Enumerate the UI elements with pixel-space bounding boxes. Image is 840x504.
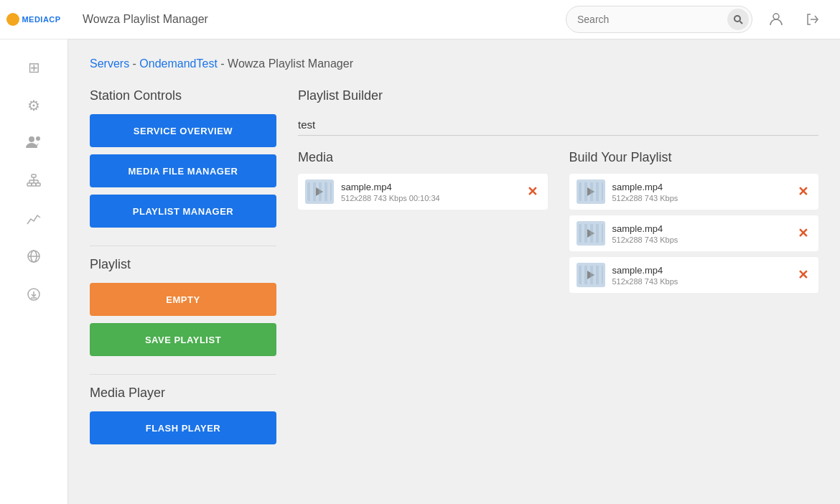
svg-point-17 (734, 16, 740, 22)
sidebar-item-hierarchy[interactable] (14, 164, 54, 199)
sidebar-item-globe[interactable] (14, 241, 54, 275)
playlist-item-meta: 512x288 743 Kbps (612, 194, 788, 202)
logo: MEDIACP (0, 0, 68, 39)
search-button[interactable] (727, 9, 749, 30)
playlist-manager-button[interactable]: PLAYLIST MANAGER (90, 195, 276, 228)
playlist-title: Playlist (90, 257, 276, 272)
svg-rect-2 (32, 174, 36, 177)
playlist-item-thumb-icon (577, 179, 605, 204)
flash-player-button[interactable]: FLASH PLAYER (90, 411, 276, 444)
breadcrumb-sep1: - (129, 57, 139, 70)
svg-point-0 (29, 136, 34, 142)
empty-button[interactable]: EMPTY (90, 283, 276, 316)
playlist-item-remove-button[interactable]: ✕ (795, 227, 811, 240)
right-column: Playlist Builder Media sample.mp4 512x28… (298, 88, 818, 452)
sidebar-item-users[interactable] (14, 126, 54, 161)
svg-rect-3 (27, 183, 32, 186)
playlist-column: Build Your Playlist sample.mp4 512x288 7… (569, 150, 819, 299)
logout-icon[interactable] (800, 6, 826, 32)
logo-text: MEDIACP (22, 15, 60, 24)
playlist-item: sample.mp4 512x288 743 Kbps ✕ (569, 257, 819, 293)
content: Servers - OndemandTest - Wowza Playlist … (68, 39, 840, 504)
playlist-item: sample.mp4 512x288 743 Kbps ✕ (569, 215, 819, 251)
playlist-item-thumb-icon (577, 221, 605, 246)
playlist-item-remove-button[interactable]: ✕ (795, 185, 811, 198)
search-wrapper (566, 6, 752, 33)
media-item: sample.mp4 512x288 743 Kbps 00:10:34 ✕ (298, 174, 548, 210)
download-icon (27, 287, 41, 305)
analytics-icon (27, 212, 41, 228)
svg-rect-4 (32, 183, 36, 186)
svg-line-18 (740, 22, 743, 24)
playlist-item-info: sample.mp4 512x288 743 Kbps (612, 182, 788, 202)
breadcrumb-servers-link[interactable]: Servers (90, 57, 129, 70)
search-input[interactable] (566, 6, 752, 33)
svg-rect-5 (36, 183, 40, 186)
breadcrumb-app-link[interactable]: OndemandTest (139, 57, 218, 70)
logo-circle-icon (6, 13, 19, 26)
playlist-item-name: sample.mp4 (612, 182, 788, 192)
media-thumb-icon (305, 179, 334, 204)
sidebar-item-dashboard[interactable]: ⊞ (14, 50, 54, 85)
playlist-builder-title: Playlist Builder (298, 88, 818, 103)
playlist-item-name: sample.mp4 (612, 265, 788, 276)
media-list-column: Media sample.mp4 512x288 743 Kbps 00:10:… (298, 150, 548, 299)
settings-icon: ⚙ (27, 97, 40, 114)
globe-icon (27, 249, 41, 267)
save-playlist-button[interactable]: SAVE PLAYLIST (90, 323, 276, 356)
playlist-item-thumb-icon (577, 263, 605, 287)
sidebar-item-settings[interactable]: ⚙ (14, 88, 54, 123)
divider1 (90, 246, 276, 246)
svg-point-19 (773, 14, 779, 19)
hierarchy-icon (27, 174, 41, 190)
sidebar: MEDIACP ⊞ ⚙ (0, 0, 68, 504)
build-playlist-heading: Build Your Playlist (569, 150, 819, 165)
media-heading: Media (298, 150, 548, 165)
playlist-item-meta: 512x288 743 Kbps (612, 277, 788, 286)
playlist-item: sample.mp4 512x288 743 Kbps ✕ (569, 174, 819, 210)
sidebar-item-download[interactable] (14, 279, 54, 313)
playlist-item-name: sample.mp4 (612, 223, 788, 234)
breadcrumb: Servers - OndemandTest - Wowza Playlist … (90, 57, 818, 70)
playlist-item-info: sample.mp4 512x288 743 Kbps (612, 265, 788, 286)
media-meta: 512x288 743 Kbps 00:10:34 (341, 194, 517, 202)
playlist-name-input[interactable] (298, 114, 818, 136)
main-wrapper: Wowza Playlist Manager Servers - Ondeman… (68, 0, 840, 504)
playlist-item-remove-button[interactable]: ✕ (795, 269, 811, 281)
sidebar-item-analytics[interactable] (14, 202, 54, 237)
left-column: Station Controls SERVICE OVERVIEW MEDIA … (90, 88, 276, 452)
svg-point-1 (36, 136, 40, 141)
header-title: Wowza Playlist Manager (83, 13, 555, 26)
sidebar-nav: ⊞ ⚙ (0, 39, 67, 313)
station-controls-title: Station Controls (90, 88, 276, 103)
playlist-item-meta: 512x288 743 Kbps (612, 235, 788, 244)
media-name: sample.mp4 (341, 182, 517, 192)
breadcrumb-sep2: - Wowza Playlist Manager (218, 57, 353, 70)
media-player-title: Media Player (90, 386, 276, 401)
divider2 (90, 374, 276, 375)
media-columns: Media sample.mp4 512x288 743 Kbps 00:10:… (298, 150, 818, 299)
media-file-manager-button[interactable]: MEDIA FILE MANAGER (90, 154, 276, 187)
user-icon[interactable] (763, 6, 789, 32)
dashboard-icon: ⊞ (28, 59, 40, 76)
service-overview-button[interactable]: SERVICE OVERVIEW (90, 114, 276, 147)
media-remove-button[interactable]: ✕ (524, 185, 541, 198)
media-info: sample.mp4 512x288 743 Kbps 00:10:34 (341, 182, 517, 202)
users-icon (26, 136, 42, 152)
main-columns: Station Controls SERVICE OVERVIEW MEDIA … (90, 88, 818, 452)
header: Wowza Playlist Manager (68, 0, 840, 39)
playlist-item-info: sample.mp4 512x288 743 Kbps (612, 223, 788, 244)
